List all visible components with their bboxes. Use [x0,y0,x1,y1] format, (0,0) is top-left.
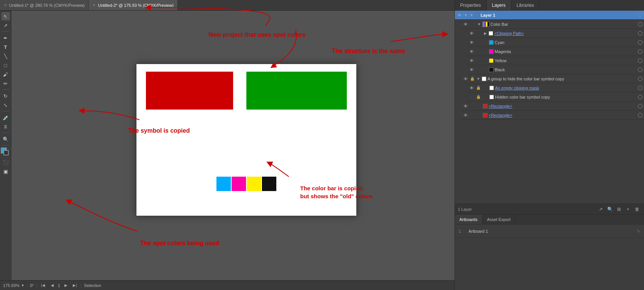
yellow-color [489,58,494,63]
rect2-target[interactable] [638,113,642,118]
magenta-color [489,49,494,54]
layer-layer1[interactable]: 👁 ▼ ▼ Layer 1 [455,11,644,20]
collect-layers-btn[interactable]: ⊞ [615,205,623,213]
layer-colorbar-group[interactable]: 👁 ▼ Color Bar [461,20,644,29]
type-tool[interactable]: T [2,43,10,51]
zoom-tool[interactable]: 🔍 [2,135,10,143]
colorbar-expand[interactable]: ▼ [477,22,481,27]
black-target[interactable] [638,67,642,72]
black-color [489,67,494,72]
draw-mode[interactable]: ⬛ [2,158,10,166]
direct-select-tool[interactable]: ↗ [2,21,10,30]
layers-count: 1 Layer [458,207,472,212]
artboard-resize-btn[interactable]: ⤡ [637,229,640,234]
zoom-dropdown[interactable]: ▼ [21,284,24,287]
cyan-target[interactable] [638,40,642,45]
find-layer-btn[interactable]: 🔍 [606,205,614,213]
cyan-vis[interactable]: 👁 [469,39,475,45]
selection-tool[interactable]: ↖ [2,12,10,20]
hide-group-target[interactable] [638,77,642,81]
pencil-tool[interactable]: ✏ [2,79,10,88]
hide-group-name: A group to hide the color bar symbol cop… [487,77,637,81]
hidden-copy-vis[interactable]: 👁 [469,94,475,100]
magenta-vis[interactable]: 👁 [469,49,475,55]
empty-clip-color [489,86,494,90]
layer-clipping[interactable]: 👁 ▶ <Clipping Path> [467,29,644,38]
tab-2[interactable]: ✕ Untitled-2* @ 175.93 % (CMYK/Preview) [89,0,177,10]
layer1-expand2[interactable]: ▼ [469,13,474,17]
line-tool[interactable]: ╲ [2,52,10,60]
layer1-target[interactable] [638,13,642,17]
clipping-vis[interactable]: 👁 [469,30,475,36]
prev-artboard[interactable]: ◀ [49,282,56,289]
empty-clip-target[interactable] [638,86,642,90]
layer1-expand[interactable]: ▼ [464,13,468,17]
eyedropper-tool[interactable]: 💉 [2,113,10,122]
tab-1[interactable]: ✕ Untitled-1* @ 280.76 % (CMYK/Preview) [0,0,89,10]
yellow-target[interactable] [638,58,642,63]
tab-1-label: Untitled-1* @ 280.76 % (CMYK/Preview) [9,3,85,8]
layer-yellow[interactable]: 👁 Yellow [467,56,644,65]
paintbrush-tool[interactable]: 🖌 [2,70,10,78]
layers-footer: 1 Layer ↗ 🔍 ⊞ + 🗑 [455,204,644,214]
tool-name: Selection [84,283,101,288]
empty-clip-vis[interactable]: 👁 [469,85,475,91]
artboard-num-1: 1 [459,229,465,234]
rect1-target[interactable] [638,104,642,108]
main-area: ↖ ↗ ✒ T ╲ □ 🖌 ✏ ↻ ⤡ 💉 ⧖ 🔍 ⬛ ▣ ✕ 《 [0,11,644,280]
layer-empty-clip[interactable]: 👁 🔒 An empty clipping mask [467,83,644,92]
layer-rect1[interactable]: 👁 <Rectangle> [461,102,644,111]
layer-magenta[interactable]: 👁 Magenta [467,47,644,56]
layer-hide-group[interactable]: 👁 🔒 ▼ A group to hide the color bar symb… [461,74,644,83]
cyan-name: Cyan [495,40,637,45]
delete-layer-btn[interactable]: 🗑 [633,205,641,213]
layer-cyan[interactable]: 👁 Cyan [467,38,644,47]
blend-tool[interactable]: ⧖ [2,122,10,131]
hidden-copy-name: Hidden color bar symbol copy [495,95,637,99]
layer-hidden-copy[interactable]: 👁 🔒 Hidden color bar symbol copy [467,92,644,102]
hidden-copy-target[interactable] [638,95,642,99]
hide-group-vis[interactable]: 👁 [462,76,469,82]
green-rectangle[interactable] [246,72,347,110]
colorbar-target[interactable] [638,22,642,27]
make-sublayer-btn[interactable]: ↗ [597,205,605,213]
status-sep-3: | [81,283,82,288]
clipping-target[interactable] [638,31,642,36]
rect-tool[interactable]: □ [2,61,10,69]
cb-black [262,177,276,191]
tab-artboards[interactable]: Artboards [455,215,483,224]
yellow-vis[interactable]: 👁 [469,58,475,64]
screen-mode[interactable]: ▣ [2,167,10,176]
hide-group-lock: 🔒 [470,76,475,82]
hide-group-color [482,77,486,81]
red-rectangle[interactable] [146,72,233,110]
artboard-row-1[interactable]: 1 Artboard 1 ⤡ [455,224,644,238]
rect1-vis[interactable]: 👁 [462,103,469,109]
hide-group-expand[interactable]: ▼ [476,77,481,81]
scale-tool[interactable]: ⤡ [2,101,10,109]
status-sep-1: | [27,283,28,288]
clipping-expand[interactable]: ▶ [483,31,487,36]
prev-artboard-start[interactable]: |◀ [40,282,47,289]
cb-magenta [232,177,246,191]
right-panel: Properties Layers Libraries 👁 ▼ ▼ Layer … [454,11,644,280]
next-artboard[interactable]: ▶ [63,282,69,289]
layers-panel: 👁 ▼ ▼ Layer 1 👁 ▼ Color Bar 👁 [455,11,644,204]
next-artboard-end[interactable]: ▶| [72,282,78,289]
black-vis[interactable]: 👁 [469,67,475,73]
zoom-control[interactable]: 175.93% ▼ [3,283,24,288]
rotate-tool[interactable]: ↻ [2,92,10,100]
layer-black[interactable]: 👁 Black [467,65,644,74]
layer1-vis[interactable]: 👁 [456,12,462,18]
empty-clip-lock: 🔒 [476,85,481,91]
rect2-vis[interactable]: 👁 [462,112,469,118]
magenta-target[interactable] [638,49,642,54]
page-num: 1 [58,283,60,288]
pen-tool[interactable]: ✒ [2,34,10,42]
tab-asset-export[interactable]: Asset Export [483,215,516,224]
layer-rect2[interactable]: 👁 <Rectangle> [461,111,644,120]
fill-stroke[interactable] [1,147,11,157]
rect1-color [483,104,487,108]
new-layer-btn[interactable]: + [624,205,632,213]
colorbar-vis[interactable]: 👁 [462,21,469,27]
